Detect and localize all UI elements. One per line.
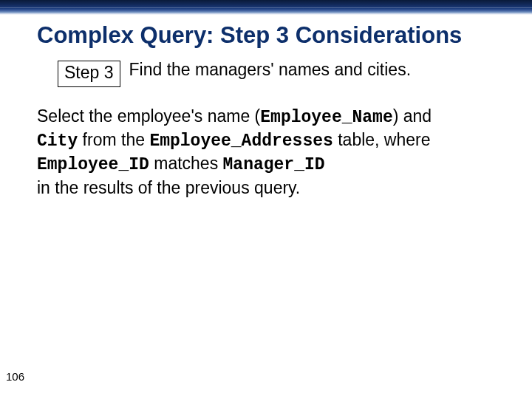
slide-title: Complex Query: Step 3 Considerations bbox=[37, 22, 532, 49]
body-seg-3: from the bbox=[78, 130, 149, 149]
body-seg-5: matches bbox=[149, 154, 223, 173]
page-number: 106 bbox=[6, 370, 24, 383]
step-description: Find the managers' names and cities. bbox=[129, 59, 412, 81]
code-employee-name: Employee_Name bbox=[260, 108, 392, 127]
step-label-box: Step 3 bbox=[58, 61, 120, 87]
code-city: City bbox=[37, 132, 78, 151]
body-seg-6: in the results of the previous query. bbox=[37, 178, 300, 197]
body-text: Select the employee's name (Employee_Nam… bbox=[37, 105, 510, 199]
code-employee-addresses: Employee_Addresses bbox=[149, 132, 332, 151]
body-seg-1: Select the employee's name ( bbox=[37, 106, 260, 126]
step-row: Step 3 Find the managers' names and citi… bbox=[58, 59, 532, 86]
body-seg-2: ) and bbox=[393, 106, 432, 126]
top-banner bbox=[0, 0, 532, 15]
code-employee-id: Employee_ID bbox=[37, 155, 149, 174]
code-manager-id: Manager_ID bbox=[223, 155, 325, 174]
body-seg-4: table, where bbox=[333, 130, 431, 149]
